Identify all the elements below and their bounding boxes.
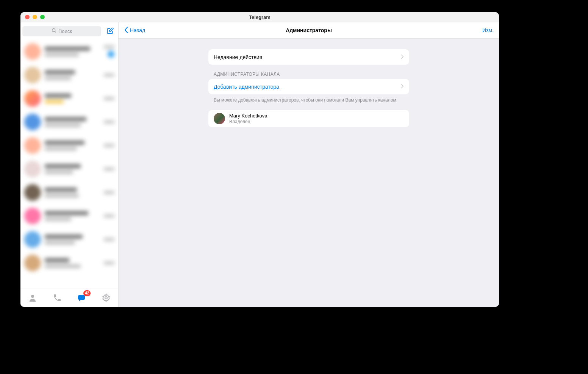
svg-line-1 — [55, 31, 56, 33]
main-panel: Назад Администраторы Изм. Недавние дейст… — [119, 22, 499, 307]
add-admin-label: Добавить администратора — [214, 84, 279, 90]
compose-button[interactable] — [104, 25, 116, 37]
content: Поиск — [20, 22, 499, 307]
titlebar: Telegram — [20, 12, 499, 22]
window-maximize-button[interactable] — [40, 15, 45, 19]
back-label: Назад — [130, 27, 145, 33]
chat-item[interactable] — [20, 110, 118, 134]
sidebar-top: Поиск — [20, 22, 118, 40]
tab-calls[interactable] — [51, 292, 63, 304]
admins-section-label: АДМИНИСТРАТОРЫ КАНАЛА — [208, 72, 409, 79]
panel-wrap: Недавние действия АДМИНИСТРАТОРЫ КАНАЛА … — [208, 49, 409, 127]
chevron-left-icon — [124, 27, 129, 34]
search-wrap: Поиск — [22, 26, 101, 36]
recent-actions-label: Недавние действия — [214, 54, 262, 60]
chat-list-blurred — [20, 40, 118, 288]
admin-name: Mary Kochetkova — [229, 113, 267, 119]
admin-row[interactable]: Mary Kochetkova Владелец — [208, 110, 409, 127]
svg-point-3 — [105, 297, 107, 299]
app-window: Telegram Поиск — [20, 12, 499, 307]
chat-item[interactable] — [20, 87, 118, 110]
panel-admins-list: Mary Kochetkova Владелец — [208, 110, 409, 127]
edit-button[interactable]: Изм. — [482, 27, 494, 33]
chat-item[interactable] — [20, 251, 118, 275]
chat-item[interactable] — [20, 204, 118, 228]
svg-point-2 — [31, 295, 34, 298]
sidebar-tabs: 42 — [20, 288, 118, 307]
chevron-right-icon — [401, 54, 404, 60]
add-admin-row[interactable]: Добавить администратора — [208, 79, 409, 94]
main-header: Назад Администраторы Изм. — [119, 22, 499, 39]
search-placeholder: Поиск — [58, 28, 72, 34]
chat-item[interactable] — [20, 40, 118, 63]
sidebar: Поиск — [20, 22, 119, 307]
chevron-right-icon — [401, 84, 404, 90]
search-icon — [52, 28, 56, 34]
window-close-button[interactable] — [25, 15, 30, 19]
chat-item[interactable] — [20, 228, 118, 251]
avatar — [214, 113, 225, 124]
traffic-lights — [20, 15, 45, 19]
window-title: Telegram — [20, 14, 499, 20]
main-body: Недавние действия АДМИНИСТРАТОРЫ КАНАЛА … — [119, 39, 499, 307]
admin-info: Mary Kochetkova Владелец — [229, 113, 267, 124]
chat-item[interactable] — [20, 181, 118, 204]
panel-recent-actions: Недавние действия — [208, 49, 409, 65]
tab-contacts[interactable] — [27, 292, 39, 304]
recent-actions-row[interactable]: Недавние действия — [208, 49, 409, 65]
chat-item[interactable] — [20, 134, 118, 157]
admins-section-footer: Вы можете добавлять администраторов, что… — [208, 94, 409, 103]
chat-item[interactable] — [20, 63, 118, 87]
tab-chats[interactable]: 42 — [75, 292, 88, 304]
search-input[interactable]: Поиск — [22, 26, 101, 36]
svg-point-0 — [52, 29, 55, 32]
chats-badge: 42 — [83, 290, 91, 296]
admin-role: Владелец — [229, 119, 267, 124]
back-button[interactable]: Назад — [124, 27, 145, 34]
window-minimize-button[interactable] — [33, 15, 37, 19]
tab-settings[interactable] — [100, 292, 112, 304]
page-title: Администраторы — [119, 27, 499, 33]
chat-item[interactable] — [20, 157, 118, 181]
panel-add-admin: Добавить администратора — [208, 79, 409, 94]
